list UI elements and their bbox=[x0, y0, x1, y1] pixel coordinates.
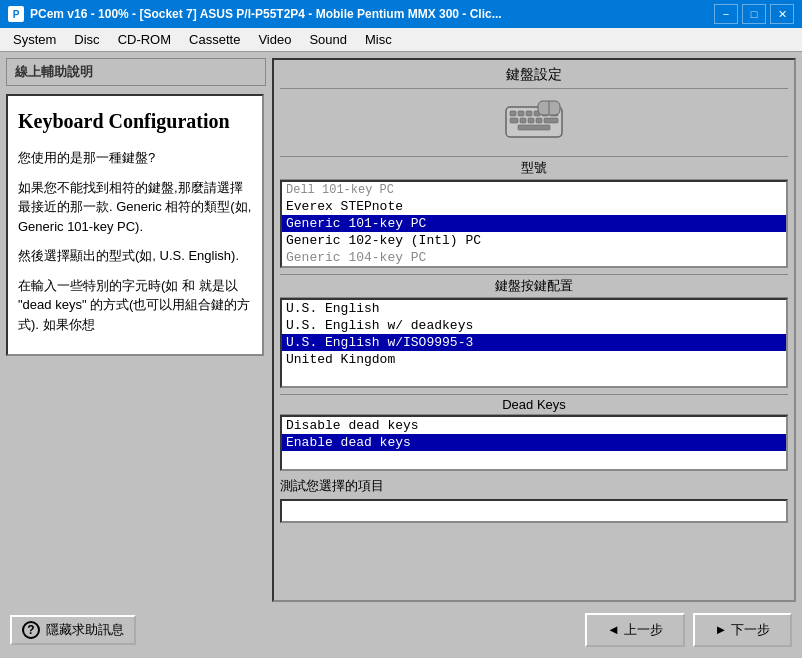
menu-cassette[interactable]: Cassette bbox=[180, 29, 249, 50]
bottom-bar: ? 隱藏求助訊息 ◄ 上一步 ► 下一步 bbox=[6, 608, 796, 652]
test-input[interactable] bbox=[280, 499, 788, 523]
menu-disc[interactable]: Disc bbox=[65, 29, 108, 50]
help-button-label: 隱藏求助訊息 bbox=[46, 621, 124, 639]
svg-rect-12 bbox=[518, 125, 550, 130]
help-icon: ? bbox=[22, 621, 40, 639]
prev-button[interactable]: ◄ 上一步 bbox=[585, 613, 684, 647]
help-heading: Keyboard Configuration bbox=[18, 106, 252, 136]
nav-buttons: ◄ 上一步 ► 下一步 bbox=[585, 613, 792, 647]
menu-sound[interactable]: Sound bbox=[300, 29, 356, 50]
dead-keys-section-label: Dead Keys bbox=[280, 394, 788, 415]
keyboard-icon bbox=[504, 99, 564, 143]
help-para-2: 如果您不能找到相符的鍵盤,那麼請選擇最接近的那一款. Generic 相符的類型… bbox=[18, 178, 252, 237]
svg-rect-9 bbox=[528, 118, 534, 123]
menu-bar: System Disc CD-ROM Cassette Video Sound … bbox=[0, 28, 802, 52]
menu-misc[interactable]: Misc bbox=[356, 29, 401, 50]
help-panel: Keyboard Configuration 您使用的是那一種鍵盤? 如果您不能… bbox=[6, 94, 264, 356]
next-button-label: ► 下一步 bbox=[715, 621, 770, 639]
title-bar: P PCem v16 - 100% - [Socket 7] ASUS P/I-… bbox=[0, 0, 802, 28]
minimize-button[interactable]: − bbox=[714, 4, 738, 24]
type-section-label: 型號 bbox=[280, 156, 788, 180]
list-item[interactable]: Generic 102-key (Intl) PC bbox=[282, 232, 786, 249]
list-item[interactable]: U.S. English w/ deadkeys bbox=[282, 317, 786, 334]
keyboard-layout-list[interactable]: U.S. English U.S. English w/ deadkeys U.… bbox=[280, 298, 788, 388]
keyboard-icon-area bbox=[280, 95, 788, 150]
list-item[interactable]: United Kingdom bbox=[282, 351, 786, 368]
help-para-1: 您使用的是那一種鍵盤? bbox=[18, 148, 252, 168]
svg-rect-8 bbox=[520, 118, 526, 123]
layout-section-label: 鍵盤按鍵配置 bbox=[280, 274, 788, 298]
content-area: 線上輔助說明 Keyboard Configuration 您使用的是那一種鍵盤… bbox=[6, 58, 796, 602]
list-item-selected[interactable]: Generic 101-key PC bbox=[282, 215, 786, 232]
svg-rect-7 bbox=[510, 118, 518, 123]
help-panel-title: 線上輔助說明 bbox=[6, 58, 266, 86]
keyboard-type-list[interactable]: Dell 101-key PC Everex STEPnote Generic … bbox=[280, 180, 788, 268]
svg-rect-11 bbox=[544, 118, 558, 123]
window-title: PCem v16 - 100% - [Socket 7] ASUS P/I-P5… bbox=[30, 7, 502, 21]
help-para-3: 然後選擇顯出的型式(如, U.S. English). bbox=[18, 246, 252, 266]
svg-rect-10 bbox=[536, 118, 542, 123]
test-section: 測試您選擇的項目 bbox=[280, 477, 788, 523]
maximize-button[interactable]: □ bbox=[742, 4, 766, 24]
menu-video[interactable]: Video bbox=[249, 29, 300, 50]
list-item[interactable]: U.S. English bbox=[282, 300, 786, 317]
app-icon: P bbox=[8, 6, 24, 22]
layout-section: 鍵盤按鍵配置 U.S. English U.S. English w/ dead… bbox=[280, 274, 788, 388]
test-section-label: 測試您選擇的項目 bbox=[280, 477, 788, 495]
right-panel: 鍵盤設定 bbox=[272, 58, 796, 602]
menu-system[interactable]: System bbox=[4, 29, 65, 50]
help-para-4: 在輸入一些特別的字元時(如 和 就是以 "dead keys" 的方式(也可以用… bbox=[18, 276, 252, 335]
right-panel-title: 鍵盤設定 bbox=[280, 66, 788, 89]
list-item[interactable]: Generic 104-key PC bbox=[282, 249, 786, 266]
type-section: 型號 Dell 101-key PC Everex STEPnote Gener… bbox=[280, 156, 788, 268]
list-item[interactable]: Dell 101-key PC bbox=[282, 182, 786, 198]
list-item[interactable]: Everex STEPnote bbox=[282, 198, 786, 215]
svg-rect-1 bbox=[510, 111, 516, 116]
help-button[interactable]: ? 隱藏求助訊息 bbox=[10, 615, 136, 645]
dead-keys-list[interactable]: Disable dead keys Enable dead keys bbox=[280, 415, 788, 471]
next-button[interactable]: ► 下一步 bbox=[693, 613, 792, 647]
list-item-selected[interactable]: U.S. English w/ISO9995-3 bbox=[282, 334, 786, 351]
menu-cdrom[interactable]: CD-ROM bbox=[109, 29, 180, 50]
main-container: 線上輔助說明 Keyboard Configuration 您使用的是那一種鍵盤… bbox=[0, 52, 802, 658]
list-item-selected[interactable]: Enable dead keys bbox=[282, 434, 786, 451]
close-button[interactable]: ✕ bbox=[770, 4, 794, 24]
svg-rect-3 bbox=[526, 111, 532, 116]
dead-keys-section: Dead Keys Disable dead keys Enable dead … bbox=[280, 394, 788, 471]
list-item[interactable]: Disable dead keys bbox=[282, 417, 786, 434]
prev-button-label: ◄ 上一步 bbox=[607, 621, 662, 639]
svg-rect-2 bbox=[518, 111, 524, 116]
